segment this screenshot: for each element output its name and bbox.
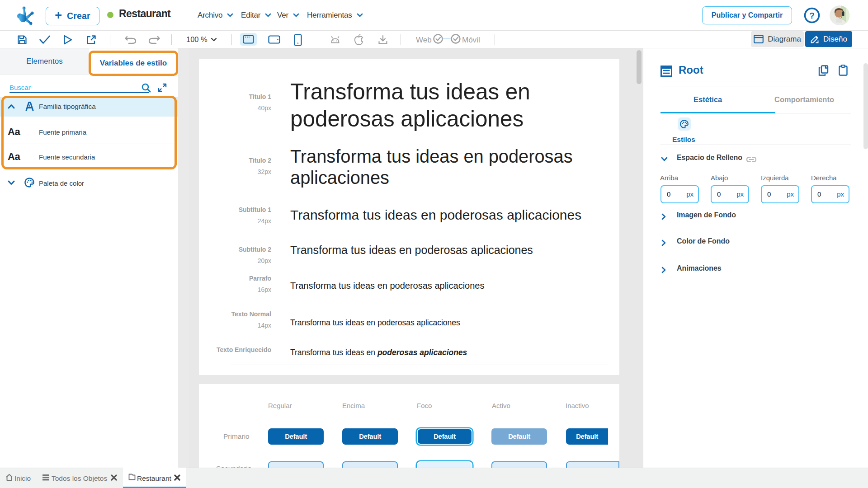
svg-text:?: ? bbox=[809, 11, 815, 20]
